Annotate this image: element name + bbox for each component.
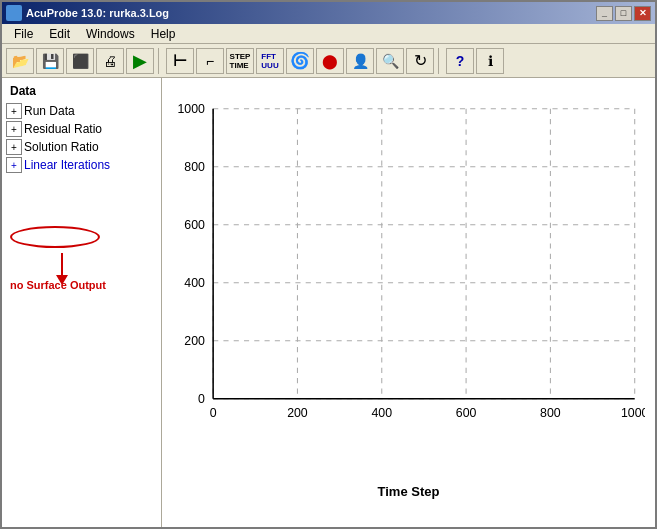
tree-label-linear-iterations: Linear Iterations: [24, 158, 110, 172]
chart-x-label: Time Step: [172, 484, 645, 499]
tree-label-run-data: Run Data: [24, 104, 75, 118]
svg-text:400: 400: [184, 276, 205, 290]
forward-button[interactable]: ▶: [126, 48, 154, 74]
svg-text:600: 600: [184, 218, 205, 232]
expand-run-data[interactable]: +: [6, 103, 22, 119]
menu-edit[interactable]: Edit: [41, 25, 78, 43]
save-button[interactable]: 💾: [36, 48, 64, 74]
menu-windows[interactable]: Windows: [78, 25, 143, 43]
person-button[interactable]: 👤: [346, 48, 374, 74]
title-bar: AcuProbe 13.0: rurka.3.Log _ □ ✕: [2, 2, 655, 24]
svg-text:0: 0: [210, 406, 217, 420]
refresh-button[interactable]: ↻: [406, 48, 434, 74]
tree-label-residual-ratio: Residual Ratio: [24, 122, 102, 136]
menu-file[interactable]: File: [6, 25, 41, 43]
toolbar: 📂 💾 ⬛ 🖨 ▶ ⊢ ⌐ STEPTIME FFTUUU 🌀 ⬤ 👤 🔍 ↻ …: [2, 44, 655, 78]
svg-text:600: 600: [456, 406, 477, 420]
minimize-button[interactable]: _: [596, 6, 613, 21]
print-button[interactable]: 🖨: [96, 48, 124, 74]
no-surface-output-label: no Surface Output: [10, 278, 106, 292]
toolbar-separator-1: [158, 48, 162, 74]
axis-left-button[interactable]: ⊢: [166, 48, 194, 74]
svg-text:1000: 1000: [621, 406, 645, 420]
main-window: AcuProbe 13.0: rurka.3.Log _ □ ✕ File Ed…: [0, 0, 657, 529]
chart-svg: 1000 800 600 400 200 0 0 200 400 600 800…: [172, 88, 645, 482]
chart-area: 1000 800 600 400 200 0 0 200 400 600 800…: [162, 78, 655, 527]
tree-item-run-data[interactable]: + Run Data: [6, 102, 157, 120]
title-bar-text: AcuProbe 13.0: rurka.3.Log: [6, 5, 596, 21]
window-title: AcuProbe 13.0: rurka.3.Log: [26, 7, 169, 19]
expand-linear-iterations[interactable]: +: [6, 157, 22, 173]
record-button[interactable]: ⬤: [316, 48, 344, 74]
info-button[interactable]: ℹ: [476, 48, 504, 74]
expand-residual-ratio[interactable]: +: [6, 121, 22, 137]
chart-container: 1000 800 600 400 200 0 0 200 400 600 800…: [172, 88, 645, 482]
tree-item-linear-iterations[interactable]: + Linear Iterations: [6, 156, 157, 174]
tree-label-solution-ratio: Solution Ratio: [24, 140, 99, 154]
annotation-circle: [10, 226, 100, 248]
step-button[interactable]: STEPTIME: [226, 48, 254, 74]
open-button[interactable]: 📂: [6, 48, 34, 74]
menu-bar: File Edit Windows Help: [2, 24, 655, 44]
svg-text:800: 800: [540, 406, 561, 420]
svg-text:0: 0: [198, 392, 205, 406]
fft-button[interactable]: FFTUUU: [256, 48, 284, 74]
main-area: Data + Run Data + Residual Ratio + Solut…: [2, 78, 655, 527]
svg-text:1000: 1000: [177, 102, 205, 116]
expand-solution-ratio[interactable]: +: [6, 139, 22, 155]
menu-help[interactable]: Help: [143, 25, 184, 43]
stop-button[interactable]: ⬛: [66, 48, 94, 74]
svg-text:200: 200: [287, 406, 308, 420]
axis-bottom-button[interactable]: ⌐: [196, 48, 224, 74]
maximize-button[interactable]: □: [615, 6, 632, 21]
sidebar-header: Data: [6, 82, 157, 100]
svg-text:800: 800: [184, 160, 205, 174]
close-button[interactable]: ✕: [634, 6, 651, 21]
help-button[interactable]: ?: [446, 48, 474, 74]
toolbar-separator-2: [438, 48, 442, 74]
svg-text:400: 400: [371, 406, 392, 420]
sidebar: Data + Run Data + Residual Ratio + Solut…: [2, 78, 162, 527]
zoom-button[interactable]: 🔍: [376, 48, 404, 74]
title-bar-buttons: _ □ ✕: [596, 6, 651, 21]
spiral-button[interactable]: 🌀: [286, 48, 314, 74]
tree-item-solution-ratio[interactable]: + Solution Ratio: [6, 138, 157, 156]
tree-item-residual-ratio[interactable]: + Residual Ratio: [6, 120, 157, 138]
app-icon: [6, 5, 22, 21]
svg-text:200: 200: [184, 334, 205, 348]
